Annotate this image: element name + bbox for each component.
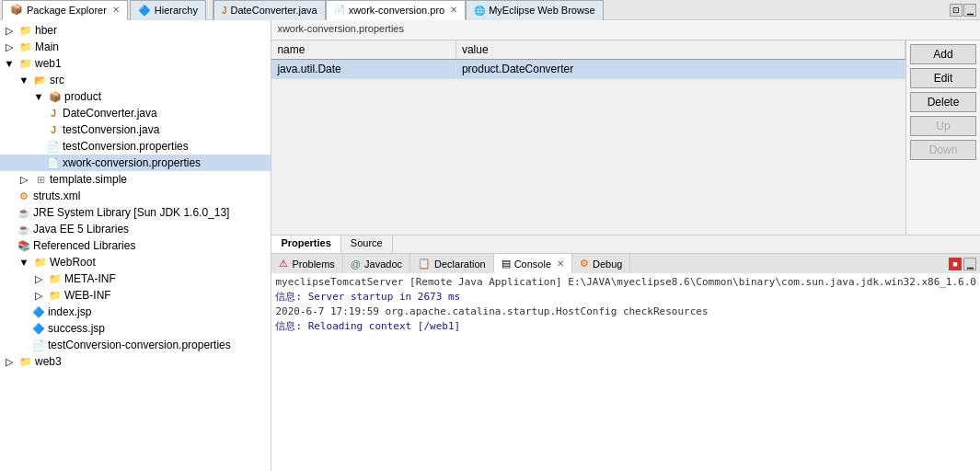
col-header-name: name	[271, 40, 455, 60]
tab-package-explorer-close[interactable]: ✕	[112, 5, 120, 15]
tree-item-webroot[interactable]: ▼ 📁 WebRoot	[0, 254, 271, 270]
edit-button[interactable]: Edit	[910, 68, 976, 88]
tree-label-referenced-libs: Referenced Libraries	[33, 239, 135, 252]
xwork-props-icon: 📄	[334, 5, 345, 15]
bottom-tab-javadoc-label: Javadoc	[364, 258, 402, 270]
template-icon: ⊞	[33, 172, 48, 187]
props-icon-conv: 📄	[31, 338, 46, 352]
tree-item-testconversion-props[interactable]: 📄 testConversion.properties	[0, 138, 271, 155]
tree-item-xwork-conversion[interactable]: 📄 xwork-conversion.properties	[0, 155, 271, 171]
restore-window-btn[interactable]: ⊡	[950, 4, 963, 17]
tree-item-product[interactable]: ▼ 📦 product	[0, 88, 271, 105]
tab-xwork-conversion-label: xwork-conversion.pro	[349, 5, 445, 16]
tab-dateconverter[interactable]: J DateConverter.java	[213, 0, 326, 20]
props-nav-tab-properties[interactable]: Properties	[271, 236, 340, 253]
bottom-tab-problems[interactable]: ⚠ Problems	[271, 254, 342, 274]
props-nav-tab-source[interactable]: Source	[341, 236, 393, 253]
tab-hierarchy-label: Hierarchy	[155, 5, 198, 16]
tab-xwork-close-icon[interactable]: ✕	[450, 5, 457, 15]
top-tab-bar: 📦 Package Explorer ✕ 🔷 Hierarchy J DateC…	[0, 0, 980, 20]
tree-item-success-jsp[interactable]: 🔷 success.jsp	[0, 320, 271, 337]
tree-item-hber[interactable]: ▷ 📁 hber	[0, 22, 271, 39]
bottom-tab-declaration[interactable]: 📋 Declaration	[410, 254, 494, 274]
project-icon-web1: 📁	[18, 56, 33, 71]
hierarchy-icon: 🔷	[138, 5, 151, 17]
bottom-tab-console[interactable]: ▤ Console ✕	[494, 254, 572, 274]
row-name-cell: java.util.Date	[271, 60, 455, 79]
tree-item-main[interactable]: ▷ 📁 Main	[0, 39, 271, 55]
tree-label-index-jsp: index.jsp	[48, 305, 91, 318]
webroot-icon: 📁	[33, 255, 48, 270]
add-button[interactable]: Add	[910, 44, 976, 64]
jre-icon: ☕	[17, 205, 31, 220]
file-path-bar: xwork-conversion.properties	[271, 20, 980, 40]
bottom-tab-debug[interactable]: ⚙ Debug	[572, 254, 630, 274]
tree-item-testconversion-conv-props[interactable]: 📄 testConversion-conversion.properties	[0, 337, 271, 353]
problems-icon: ⚠	[279, 258, 288, 270]
tree-item-dateconverter[interactable]: J DateConverter.java	[0, 105, 271, 121]
project-icon-web3: 📁	[18, 354, 33, 369]
package-explorer-tree: ▷ 📁 hber ▷ 📁 Main ▼ 📁 web1	[0, 20, 271, 471]
properties-buttons: Add Edit Delete Up Down	[906, 40, 980, 235]
delete-button[interactable]: Delete	[910, 92, 976, 112]
tree-item-referenced-libs[interactable]: 📚 Referenced Libraries	[0, 237, 271, 254]
minimize-window-btn[interactable]: ▁	[963, 4, 976, 17]
bottom-tab-javadoc[interactable]: @ Javadoc	[343, 254, 410, 274]
bottom-tab-declaration-label: Declaration	[434, 258, 486, 270]
bottom-tab-console-label: Console	[514, 258, 551, 270]
bottom-minimize-btn[interactable]: ▁	[963, 258, 976, 270]
bottom-close-btn[interactable]: ■	[949, 258, 962, 270]
tree-label-web-inf: WEB-INF	[64, 289, 111, 302]
tree-item-javaee[interactable]: ☕ Java EE 5 Libraries	[0, 221, 271, 237]
table-row[interactable]: java.util.Date product.DateConverter	[271, 60, 905, 79]
tree-label-jre: JRE System Library [Sun JDK 1.6.0_13]	[33, 206, 229, 219]
expand-icon-meta: ▷	[31, 271, 46, 286]
tree-item-template[interactable]: ▷ ⊞ template.simple	[0, 171, 271, 188]
tree-label-src: src	[50, 74, 64, 86]
project-icon-main: 📁	[18, 40, 33, 54]
tree-item-src[interactable]: ▼ 📂 src	[0, 72, 271, 88]
tab-hierarchy[interactable]: 🔷 Hierarchy	[130, 0, 206, 20]
package-explorer-icon: 📦	[10, 4, 23, 16]
browser-icon: 🌐	[474, 6, 485, 16]
console-tab-close-icon[interactable]: ✕	[557, 258, 564, 269]
up-button[interactable]: Up	[910, 116, 976, 136]
tree-item-web1[interactable]: ▼ 📁 web1	[0, 55, 271, 72]
project-icon-hber: 📁	[18, 23, 33, 38]
expand-icon-src: ▼	[17, 73, 31, 87]
java-icon-testconversion: J	[46, 122, 61, 137]
tree-item-testconversion-java[interactable]: J testConversion.java	[0, 121, 271, 138]
properties-table-container: name value java.util.Date product.DateCo…	[271, 40, 906, 235]
javaee-icon: ☕	[17, 222, 31, 236]
properties-table: name value java.util.Date product.DateCo…	[271, 40, 905, 79]
tree-item-struts[interactable]: ⚙ struts.xml	[0, 188, 271, 204]
console-output: myeclipseTomcatServer [Remote Java Appli…	[271, 273, 980, 471]
console-line-2: 2020-6-7 17:19:59 org.apache.catalina.st…	[275, 304, 976, 319]
tree-item-jre[interactable]: ☕ JRE System Library [Sun JDK 1.6.0_13]	[0, 204, 271, 221]
web-inf-icon: 📁	[48, 288, 63, 303]
tree-label-testconversion-conv-props: testConversion-conversion.properties	[48, 339, 231, 351]
down-button[interactable]: Down	[910, 140, 976, 160]
expand-icon-template: ▷	[17, 172, 31, 187]
tab-myeclipse-browser-label: MyEclipse Web Browse	[489, 5, 594, 16]
tree-label-javaee: Java EE 5 Libraries	[33, 223, 129, 236]
java-icon-dateconverter: J	[46, 106, 61, 121]
console-line-3: 信息: Reloading context [/web1]	[275, 319, 976, 334]
tree-item-web3[interactable]: ▷ 📁 web3	[0, 353, 271, 370]
expand-icon-web-inf: ▷	[31, 288, 46, 303]
tab-package-explorer[interactable]: 📦 Package Explorer ✕	[2, 0, 128, 20]
props-icon-xwork: 📄	[46, 155, 61, 170]
bottom-tab-debug-label: Debug	[593, 258, 622, 270]
src-icon: 📂	[33, 73, 48, 87]
row-value-cell: product.DateConverter	[455, 60, 905, 79]
struts-icon: ⚙	[17, 189, 31, 203]
expand-icon-product: ▼	[31, 89, 46, 104]
tree-item-meta-inf[interactable]: ▷ 📁 META-INF	[0, 270, 271, 287]
tree-item-web-inf[interactable]: ▷ 📁 WEB-INF	[0, 287, 271, 304]
tab-myeclipse-browser[interactable]: 🌐 MyEclipse Web Browse	[466, 0, 603, 20]
tree-label-struts: struts.xml	[33, 190, 80, 202]
tab-xwork-conversion[interactable]: 📄 xwork-conversion.pro ✕	[326, 0, 467, 20]
props-icon-testconversion: 📄	[46, 139, 61, 154]
console-icon: ▤	[502, 258, 511, 270]
tree-item-index-jsp[interactable]: 🔷 index.jsp	[0, 304, 271, 320]
